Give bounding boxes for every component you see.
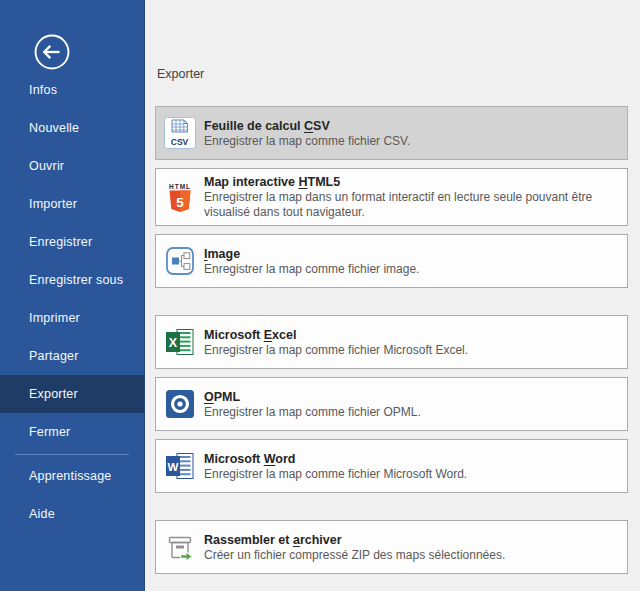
sidebar-item-enregistrer-sous[interactable]: Enregistrer sous — [0, 261, 144, 299]
export-page: Exporter CSV Feuille de calcul CSV Enreg… — [145, 0, 640, 591]
export-item-description: Enregistrer la map comme fichier OPML. — [204, 405, 421, 420]
image-icon — [164, 245, 196, 277]
export-item-word[interactable]: W Microsoft Word Enregistrer la map comm… — [155, 439, 628, 493]
svg-text:CSV: CSV — [171, 137, 189, 147]
svg-text:HTML: HTML — [169, 183, 191, 190]
export-item-title: Image — [204, 246, 419, 262]
export-item-description: Enregistrer la map comme fichier Microso… — [204, 343, 468, 358]
excel-icon: X — [164, 326, 196, 358]
export-item-archive[interactable]: Rassembler et archiver Créer un fichier … — [155, 520, 628, 574]
svg-text:5: 5 — [176, 195, 184, 210]
sidebar-item-partager[interactable]: Partager — [0, 337, 144, 375]
export-item-excel[interactable]: X Microsoft Excel Enregistrer la map com… — [155, 315, 628, 369]
export-item-title: Map interactive HTML5 — [204, 174, 613, 190]
export-item-image[interactable]: Image Enregistrer la map comme fichier i… — [155, 234, 628, 288]
sidebar-item-apprentissage[interactable]: Apprentissage — [0, 457, 144, 495]
svg-text:W: W — [168, 461, 179, 473]
page-title: Exporter — [155, 67, 628, 81]
export-item-description: Créer un fichier compressé ZIP des maps … — [204, 548, 505, 563]
word-icon: W — [164, 450, 196, 482]
back-button[interactable] — [33, 33, 71, 71]
sidebar-item-fermer[interactable]: Fermer — [0, 413, 144, 451]
export-item-opml[interactable]: OPML Enregistrer la map comme fichier OP… — [155, 377, 628, 431]
export-item-title: Microsoft Word — [204, 451, 467, 467]
sidebar-item-nouvelle[interactable]: Nouvelle — [0, 109, 144, 147]
html5-icon: HTML 5 — [164, 181, 196, 213]
sidebar-item-exporter[interactable]: Exporter — [0, 375, 144, 413]
export-item-description: Enregistrer la map comme fichier Microso… — [204, 467, 467, 482]
export-item-title: Feuille de calcul CSV — [204, 118, 410, 134]
export-item-title: Rassembler et archiver — [204, 532, 505, 548]
archive-box-icon — [164, 531, 196, 563]
sidebar-nav: Infos Nouvelle Ouvrir Importer Enregistr… — [0, 71, 144, 533]
export-options-list: CSV Feuille de calcul CSV Enregistrer la… — [155, 106, 628, 574]
export-item-description: Enregistrer la map comme fichier image. — [204, 262, 419, 277]
export-item-csv[interactable]: CSV Feuille de calcul CSV Enregistrer la… — [155, 106, 628, 160]
export-item-description: Enregistrer la map dans un format intera… — [204, 190, 613, 220]
export-item-html5[interactable]: HTML 5 Map interactive HTML5 Enregistrer… — [155, 168, 628, 226]
opml-icon — [164, 388, 196, 420]
csv-file-icon: CSV — [164, 117, 196, 149]
sidebar-item-enregistrer[interactable]: Enregistrer — [0, 223, 144, 261]
svg-text:X: X — [169, 336, 178, 350]
sidebar-item-importer[interactable]: Importer — [0, 185, 144, 223]
sidebar-item-imprimer[interactable]: Imprimer — [0, 299, 144, 337]
app-window: { "sidebar": { "back_button": {"icon": "… — [0, 0, 640, 591]
export-item-title: OPML — [204, 389, 421, 405]
sidebar-item-infos[interactable]: Infos — [0, 71, 144, 109]
sidebar-separator — [15, 454, 129, 455]
export-item-description: Enregistrer la map comme fichier CSV. — [204, 134, 410, 149]
export-item-title: Microsoft Excel — [204, 327, 468, 343]
sidebar-item-aide[interactable]: Aide — [0, 495, 144, 533]
backstage-sidebar: Infos Nouvelle Ouvrir Importer Enregistr… — [0, 0, 145, 591]
sidebar-item-ouvrir[interactable]: Ouvrir — [0, 147, 144, 185]
